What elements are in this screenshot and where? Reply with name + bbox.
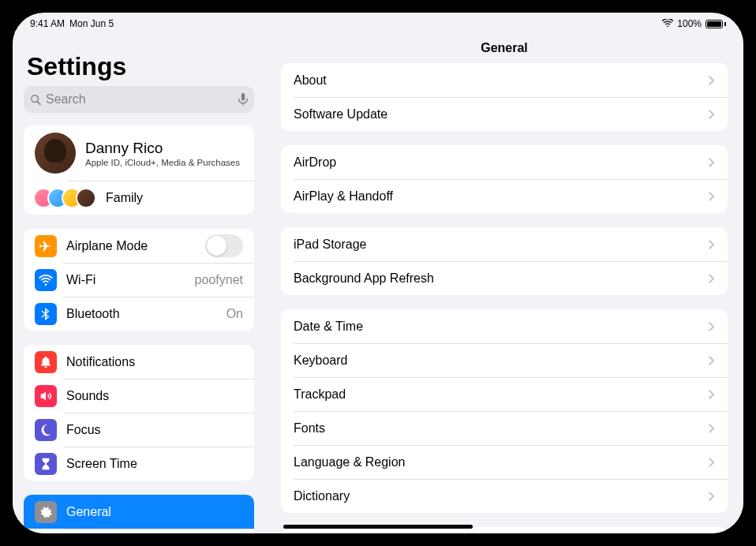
detail-row-label: Language & Region [294, 455, 709, 469]
sidebar-title: Settings [24, 30, 254, 86]
search-input[interactable]: Search [24, 86, 254, 113]
sidebar-group: Airplane ModeWi-FipoofynetBluetoothOn [24, 229, 254, 331]
sidebar-item-label: Focus [66, 423, 243, 437]
detail-row-label: Background App Refresh [294, 271, 709, 286]
chevron-right-icon [709, 322, 715, 331]
status-left: 9:41 AM Mon Jun 5 [30, 18, 114, 29]
detail-row[interactable]: AirPlay & Handoff [281, 179, 728, 213]
moon-icon [35, 419, 57, 441]
detail-row-label: Dictionary [294, 489, 709, 503]
detail-row[interactable]: Background App Refresh [281, 261, 728, 295]
detail-row[interactable]: AirDrop [281, 145, 728, 179]
sidebar-item-general[interactable]: General [24, 495, 254, 529]
chevron-right-icon [709, 390, 715, 399]
account-text: Danny Rico Apple ID, iCloud+, Media & Pu… [85, 140, 240, 167]
battery-pct: 100% [677, 18, 702, 29]
detail-row[interactable]: Keyboard [281, 343, 728, 377]
detail-row[interactable]: Fonts [281, 411, 728, 445]
battery-icon [705, 20, 726, 28]
sidebar-item-label: Airplane Mode [66, 239, 196, 253]
detail-group: AboutSoftware Update [281, 63, 728, 131]
toggle-airplane[interactable] [205, 234, 243, 257]
detail-row-label: AirDrop [294, 155, 709, 170]
gear-icon [35, 501, 57, 523]
detail-row[interactable]: Trackpad [281, 377, 728, 411]
chevron-right-icon [709, 240, 715, 249]
sidebar-item-value: On [226, 307, 243, 321]
status-right: 100% [662, 18, 726, 29]
avatar [35, 133, 76, 174]
detail-row[interactable]: iPad Storage [281, 227, 728, 261]
wifi-icon [662, 18, 673, 29]
sidebar-item-controlcenter[interactable]: Control Center [24, 529, 254, 533]
sidebar-item-airplane[interactable]: Airplane Mode [24, 229, 254, 263]
search-placeholder: Search [46, 92, 234, 107]
main: Settings Search Danny Rico [13, 30, 743, 533]
chevron-right-icon [709, 424, 715, 433]
sidebar-item-wifi[interactable]: Wi-Fipoofynet [24, 263, 254, 297]
detail-group: AirDropAirPlay & Handoff [281, 145, 728, 213]
chevron-right-icon [709, 492, 715, 501]
home-indicator[interactable] [283, 525, 473, 529]
sidebar-item-label: Screen Time [66, 457, 243, 471]
screen: 9:41 AM Mon Jun 5 100% Settings [13, 13, 743, 533]
detail-row-label: Software Update [294, 107, 709, 122]
detail-row-label: iPad Storage [294, 237, 709, 252]
chevron-right-icon [709, 274, 715, 283]
detail-row-label: Date & Time [294, 320, 709, 334]
chevron-right-icon [709, 110, 715, 119]
sidebar-item-label: Notifications [66, 355, 243, 369]
sidebar[interactable]: Settings Search Danny Rico [13, 30, 265, 533]
sidebar-item-account[interactable]: Danny Rico Apple ID, iCloud+, Media & Pu… [24, 125, 254, 181]
sidebar-item-label: Wi-Fi [66, 273, 185, 287]
detail-row-label: About [294, 73, 709, 88]
detail-row[interactable]: About [281, 63, 728, 97]
family-avatars [33, 188, 96, 208]
sidebar-item-family[interactable]: Family [24, 181, 254, 215]
bluetooth-icon [35, 303, 57, 325]
sidebar-item-focus[interactable]: Focus [24, 413, 254, 447]
detail-row[interactable]: Date & Time [281, 309, 728, 343]
sidebar-item-value: poofynet [195, 273, 243, 287]
airplane-icon [35, 235, 57, 257]
detail-row[interactable]: Dictionary [281, 479, 728, 513]
status-time: 9:41 AM [30, 18, 65, 29]
detail-group: iPad StorageBackground App Refresh [281, 227, 728, 295]
detail-group: Date & TimeKeyboardTrackpadFontsLanguage… [281, 309, 728, 513]
chevron-right-icon [709, 76, 715, 85]
detail-row[interactable]: Language & Region [281, 445, 728, 479]
wifi-icon [35, 269, 57, 291]
detail-row[interactable]: Software Update [281, 97, 728, 131]
status-bar: 9:41 AM Mon Jun 5 100% [13, 13, 743, 30]
account-subtitle: Apple ID, iCloud+, Media & Purchases [85, 158, 240, 167]
detail-row-label: Keyboard [294, 353, 709, 368]
hourglass-icon [35, 453, 57, 475]
detail-pane[interactable]: General AboutSoftware UpdateAirDropAirPl… [265, 30, 743, 533]
dictate-icon[interactable] [238, 93, 248, 106]
account-name: Danny Rico [85, 140, 240, 157]
speaker-icon [35, 385, 57, 407]
detail-row-label: Fonts [294, 421, 709, 436]
sidebar-item-screentime[interactable]: Screen Time [24, 447, 254, 481]
chevron-right-icon [709, 458, 715, 467]
sidebar-item-sounds[interactable]: Sounds [24, 379, 254, 413]
account-group: Danny Rico Apple ID, iCloud+, Media & Pu… [24, 125, 254, 215]
status-date: Mon Jun 5 [69, 18, 114, 29]
chevron-right-icon [709, 192, 715, 201]
chevron-right-icon [709, 356, 715, 365]
avatar-icon [76, 188, 96, 208]
sidebar-item-label: Sounds [66, 389, 243, 403]
sidebar-group: NotificationsSoundsFocusScreen Time [24, 345, 254, 481]
detail-title: General [265, 30, 743, 63]
device-frame: 9:41 AM Mon Jun 5 100% Settings [6, 6, 750, 540]
sidebar-item-label: General [66, 505, 243, 519]
search-icon [30, 94, 42, 106]
sidebar-item-bluetooth[interactable]: BluetoothOn [24, 297, 254, 331]
family-label: Family [106, 191, 243, 205]
bell-icon [35, 351, 57, 373]
sidebar-item-label: Bluetooth [66, 307, 217, 321]
chevron-right-icon [709, 158, 715, 167]
sidebar-item-notifications[interactable]: Notifications [24, 345, 254, 379]
sidebar-group: GeneralControl Center [24, 495, 254, 533]
detail-row-label: Trackpad [294, 387, 709, 402]
